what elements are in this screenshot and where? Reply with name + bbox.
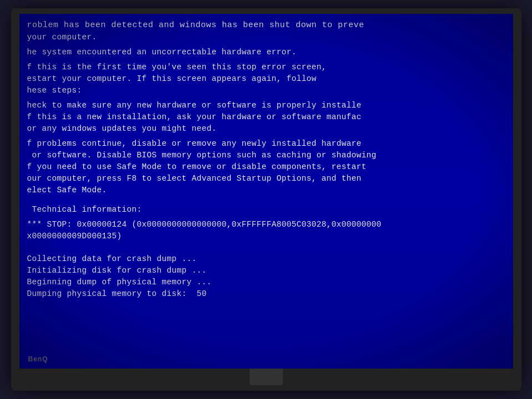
- bsod-line-2: he system encountered an uncorrectable h…: [27, 47, 510, 58]
- monitor: roblem has been detected and windows has…: [11, 8, 521, 391]
- bsod-content: roblem has been detected and windows has…: [24, 17, 513, 369]
- bsod-line-4: estart your computer. If this screen app…: [27, 73, 510, 85]
- bsod-header-line: roblem has been detected and windows has…: [27, 19, 510, 32]
- bsod-dumping: Dumping physical memory to disk: 50: [27, 288, 510, 300]
- bsod-line-9: f problems continue, disable or remove a…: [27, 138, 510, 150]
- bsod-line-8: or any windows updates you might need.: [27, 123, 510, 135]
- bsod-stop-code: *** STOP: 0x00000124 (0x0000000000000000…: [27, 219, 510, 231]
- bsod-line-5: hese steps:: [27, 85, 510, 96]
- bsod-line-7: f this is a new installation, ask your h…: [27, 111, 510, 123]
- bsod-stop-code-cont: x0000000009D000135): [27, 231, 510, 242]
- bsod-screen: roblem has been detected and windows has…: [19, 14, 513, 369]
- bsod-line-1: your computer.: [27, 32, 510, 43]
- monitor-brand-label: BenQ: [28, 355, 48, 364]
- bsod-technical-info-label: Technical information:: [27, 204, 510, 216]
- bsod-line-13: elect Safe Mode.: [27, 185, 510, 196]
- bsod-line-11: f you need to use Safe Mode to remove or…: [27, 161, 510, 173]
- bsod-collecting: Collecting data for crash dump ...: [27, 253, 510, 265]
- bsod-beginning-dump: Beginning dump of physical memory ...: [27, 277, 510, 288]
- bsod-line-10: or software. Disable BIOS memory options…: [27, 150, 510, 161]
- bsod-line-12: our computer, press F8 to select Advance…: [27, 173, 510, 185]
- monitor-stand: [250, 369, 283, 385]
- bsod-line-6: heck to make sure any new hardware or so…: [27, 100, 510, 111]
- bsod-line-3: f this is the first time you've seen thi…: [27, 62, 510, 73]
- bsod-initializing: Initializing disk for crash dump ...: [27, 265, 510, 277]
